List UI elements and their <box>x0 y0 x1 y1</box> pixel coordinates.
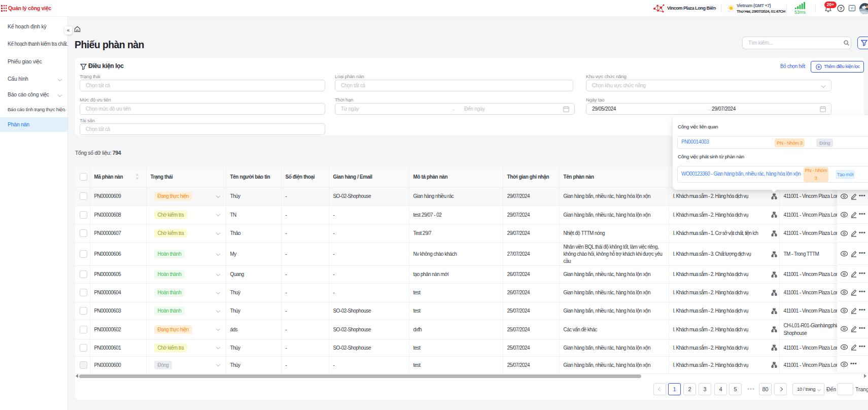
svg-text:?: ? <box>840 6 843 11</box>
